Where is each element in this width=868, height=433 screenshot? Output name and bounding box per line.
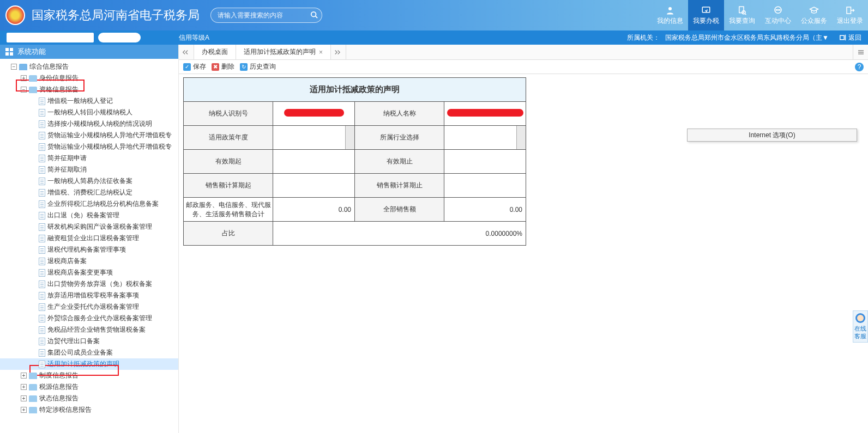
tree-item[interactable]: 企业所得税汇总纳税总分机构信息备案 <box>0 198 178 210</box>
tree-item[interactable]: 外贸综合服务企业代办退税备案管理 <box>0 313 178 324</box>
label-policy-year: 适用政策年度 <box>184 126 273 150</box>
tabs-scroll-left[interactable] <box>179 45 194 59</box>
value-valid-to[interactable] <box>444 150 526 174</box>
expand-toggle[interactable]: + <box>21 407 27 413</box>
expand-toggle[interactable]: + <box>21 395 27 401</box>
exit-icon <box>845 5 855 15</box>
org-name[interactable]: 国家税务总局郑州市金水区税务局东风路税务分局（主▼ <box>665 33 829 42</box>
label-ratio: 占比 <box>184 222 273 246</box>
value-service-sales[interactable]: 0.00 <box>273 198 355 222</box>
spacer <box>31 315 37 321</box>
credit-level: 信用等级A <box>179 33 209 42</box>
value-ratio: 0.0000000% <box>273 222 526 246</box>
tabs-menu[interactable] <box>853 45 868 59</box>
svg-point-0 <box>311 12 316 17</box>
nav-grad[interactable]: 公众服务 <box>796 0 832 31</box>
tree-item[interactable]: 货物运输业小规模纳税人异地代开增值税专 <box>0 130 178 141</box>
delete-button[interactable]: ✖删除 <box>212 62 234 71</box>
tree-item[interactable]: 简并征期取消 <box>0 164 178 175</box>
tree-item[interactable]: 简并征期申请 <box>0 153 178 164</box>
value-valid-from[interactable] <box>273 150 355 174</box>
tree-item[interactable]: 适用加计抵减政策的声明 <box>0 358 178 370</box>
folder-icon <box>29 373 37 379</box>
redacted-badge <box>98 33 141 42</box>
tree-item[interactable]: 免税品经营企业销售货物退税备案 <box>0 324 178 336</box>
tree-item[interactable]: +身份信息报告 <box>0 72 178 84</box>
search-box <box>210 8 322 23</box>
expand-toggle[interactable]: + <box>21 373 27 379</box>
expand-toggle[interactable]: + <box>21 75 27 81</box>
tab-desktop[interactable]: 办税桌面 <box>194 45 236 59</box>
customer-service-float[interactable]: 在线客服 <box>853 310 868 343</box>
tree-item[interactable]: 选择按小规模纳税人纳税的情况说明 <box>0 118 178 130</box>
tree-label: 制度信息报告 <box>39 370 79 381</box>
value-calc-from[interactable] <box>273 174 355 198</box>
tree-item[interactable]: +税源信息报告 <box>0 381 178 393</box>
select-policy-year[interactable] <box>273 126 355 150</box>
history-button[interactable]: ↻历史查询 <box>240 62 276 71</box>
spacer <box>31 327 37 333</box>
nav-chat[interactable]: 互动中心 <box>760 0 796 31</box>
tree-item[interactable]: −综合信息报告 <box>0 61 178 72</box>
tree-item[interactable]: +状态信息报告 <box>0 393 178 404</box>
tree-label: 资格信息报告 <box>39 84 79 95</box>
tree-label: 简并征期取消 <box>47 164 87 175</box>
internet-options-popup[interactable]: Internet 选项(O) <box>687 129 857 142</box>
tree-item[interactable]: 退税代理机构备案管理事项 <box>0 244 178 255</box>
save-button[interactable]: ✓保存 <box>183 62 206 71</box>
tree-label: 货物运输业小规模纳税人异地代开增值税专 <box>47 130 172 141</box>
tree-item[interactable]: 增值税、消费税汇总纳税认定 <box>0 187 178 198</box>
nav-tree: −综合信息报告+身份信息报告−资格信息报告增值税一般纳税人登记一般纳税人转回小规… <box>0 59 178 433</box>
tree-item[interactable]: +特定涉税信息报告 <box>0 404 178 416</box>
spacer <box>31 270 37 276</box>
tree-item[interactable]: 一般纳税人转回小规模纳税人 <box>0 107 178 118</box>
tree-item[interactable]: 集团公司成员企业备案 <box>0 347 178 358</box>
value-taxpayer-name <box>444 102 526 126</box>
help-icon[interactable]: ? <box>855 63 864 71</box>
spacer <box>31 361 37 367</box>
tab-declaration[interactable]: 适用加计抵减政策的声明 × <box>236 45 331 59</box>
btn-label: 删除 <box>221 62 234 71</box>
file-icon <box>39 246 45 254</box>
tree-item[interactable]: 出口货物劳务放弃退（免）税权备案 <box>0 278 178 290</box>
search-icon[interactable] <box>310 11 318 19</box>
tree-item[interactable]: 研发机构采购国产设备退税备案管理 <box>0 221 178 233</box>
grad-icon <box>809 5 819 15</box>
tree-item[interactable]: 融资租赁企业出口退税备案管理 <box>0 233 178 244</box>
search-input[interactable] <box>210 8 322 23</box>
tabs-scroll-right[interactable] <box>331 45 346 59</box>
expand-toggle[interactable]: − <box>11 64 17 70</box>
nav-cursor[interactable]: 我要办税 <box>688 0 724 31</box>
spacer <box>31 121 37 127</box>
tree-item[interactable]: 边贸代理出口备案 <box>0 336 178 347</box>
tree-item[interactable]: 放弃适用增值税零税率备案事项 <box>0 290 178 301</box>
value-calc-to[interactable] <box>444 174 526 198</box>
tree-item[interactable]: 出口退（免）税备案管理 <box>0 210 178 221</box>
spacer <box>31 167 37 173</box>
tree-item[interactable]: 货物运输业小规模纳税人异地代开增值税专 <box>0 141 178 153</box>
nav-label: 互动中心 <box>765 16 791 26</box>
svg-line-1 <box>316 16 318 19</box>
tree-item[interactable]: 退税商店备案变更事项 <box>0 267 178 278</box>
value-total-sales[interactable]: 0.00 <box>444 198 526 222</box>
tree-item[interactable]: −资格信息报告 <box>0 84 178 95</box>
site-title: 国家税务总局河南省电子税务局 <box>32 7 200 23</box>
return-link[interactable]: 返回 <box>840 33 861 42</box>
expand-toggle[interactable]: − <box>21 87 27 93</box>
gov-emblem-icon <box>5 5 25 25</box>
nav-search-doc[interactable]: 我要查询 <box>724 0 760 31</box>
value-taxpayer-id <box>273 102 355 126</box>
sidebar-title: 系统功能 <box>17 47 46 57</box>
nav-exit[interactable]: 退出登录 <box>832 0 868 31</box>
tree-item[interactable]: 一般纳税人简易办法征收备案 <box>0 175 178 187</box>
tree-item[interactable]: 增值税一般纳税人登记 <box>0 95 178 107</box>
select-industry[interactable] <box>444 126 526 150</box>
expand-toggle[interactable]: + <box>21 384 27 390</box>
file-icon <box>39 235 45 242</box>
tree-item[interactable]: 生产企业委托代办退税备案管理 <box>0 301 178 313</box>
nav-person[interactable]: 我的信息 <box>652 0 688 31</box>
tree-item[interactable]: +制度信息报告 <box>0 370 178 381</box>
search-doc-icon <box>737 5 748 15</box>
close-icon[interactable]: × <box>319 48 323 56</box>
tree-item[interactable]: 退税商店备案 <box>0 255 178 267</box>
